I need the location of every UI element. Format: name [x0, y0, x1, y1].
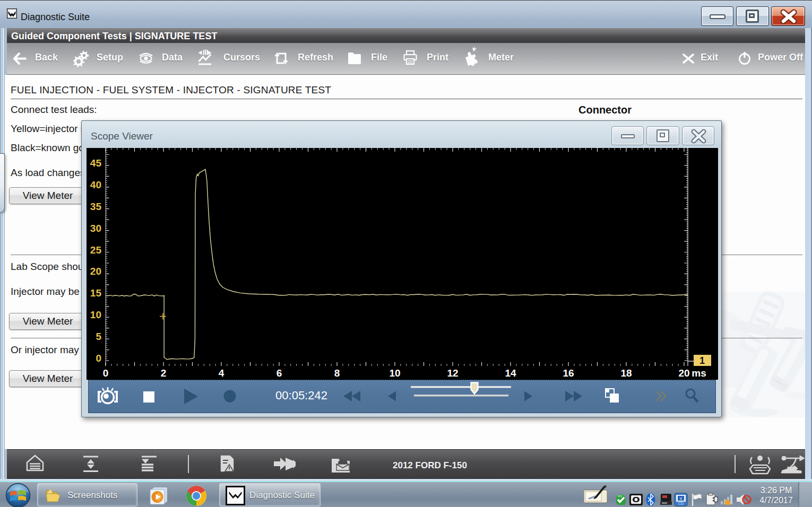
svg-text:1: 1 — [699, 355, 705, 366]
svg-text:CD: CD — [678, 502, 684, 505]
svg-text:X: X — [679, 496, 683, 501]
